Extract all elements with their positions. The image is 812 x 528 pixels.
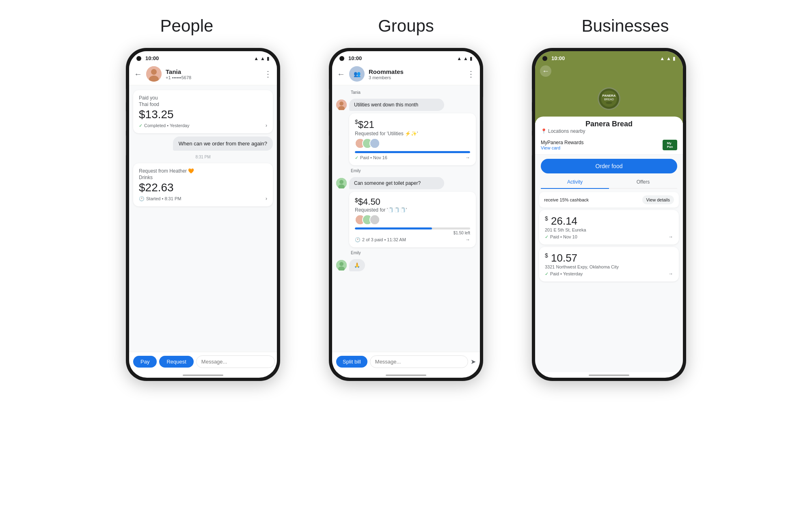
arrow-group-2: → [465,237,470,242]
status-icons-businesses: ▲ ▲ ▮ [660,56,676,61]
tx2-sub: Drinks [139,175,267,180]
chat-bubble-1: When can we order from there again? [173,136,273,151]
tx1-label: Paid you [139,95,267,101]
cashback-text: receive 15% cashback [544,197,589,202]
location-pin-icon: 📍 [541,128,547,134]
view-details-button[interactable]: View details [642,195,674,204]
battery-icon-groups: ▮ [470,56,473,61]
home-indicator [183,374,223,376]
biz-tx1-status: ✓ Paid • Nov 10 → [545,234,673,240]
arrow-biz-2: → [668,271,673,277]
rewards-logo: MyPan [663,140,677,150]
battery-icon-businesses: ▮ [673,56,676,61]
group-tx-card-2[interactable]: $$4.50 Requested for '🧻🧻🧻' $1.50 left [349,192,476,247]
sender-tania: Tania [351,90,476,95]
tx1-status: ✓ Completed • Yesterday › [139,123,267,128]
status-icons-people: ▲ ▲ ▮ [254,56,270,61]
back-button-businesses[interactable]: ← [540,65,551,77]
phone-people-content: Paid you Thai food $13.25 ✓ Completed • … [129,85,277,352]
order-food-button[interactable]: Order food [541,159,677,173]
chat-time: 8:31 PM [133,155,273,159]
groups-category-label: Groups [329,16,483,36]
people-category-label: People [110,16,264,36]
pay-button[interactable]: Pay [133,356,157,368]
more-icon-groups[interactable]: ⋮ [467,69,475,79]
wifi-icon-groups: ▲ [457,56,462,61]
tx2-address: 3321 Northwest Expy, Oklahoma City [545,264,673,269]
more-icon[interactable]: ⋮ [264,69,272,79]
clock-icon-2: 🕐 [355,237,361,242]
business-content: MyPanera Rewards View card MyPan Order f… [535,136,683,372]
signal-icon-businesses: ▲ [666,56,671,61]
check-icon-biz2: ✓ [545,271,549,277]
group-status-2: 🕐 2 of 3 paid • 11:32 AM → [355,237,470,242]
rewards-row: MyPanera Rewards View card MyPan [535,136,683,155]
home-indicator-businesses [589,374,629,376]
request-button[interactable]: Request [159,356,193,368]
group-members: 3 members [369,75,467,80]
tx2-amount: $22.63 [139,181,267,194]
split-bill-button[interactable]: Split bill [336,356,367,368]
svg-point-4 [339,102,343,106]
arrow-biz-1: → [668,234,673,240]
tx2-status: 🕐 Started • 8:31 PM › [139,196,267,201]
business-name: Panera Bread [541,120,677,128]
status-bar-people: 10:00 ▲ ▲ ▮ [129,51,277,63]
group-req2: Requested for '🧻🧻🧻' [355,207,470,213]
business-tx-2[interactable]: $ 10.57 3321 Northwest Expy, Oklahoma Ci… [539,247,679,281]
progress-bar-1 [355,151,470,153]
status-icons-groups: ▲ ▲ ▮ [457,56,473,61]
contact-name: Tania [166,68,264,75]
tx1-address: 201 E 5th St, Eureka [545,227,673,232]
svg-text:BREAD: BREAD [604,98,614,101]
message-input-groups[interactable] [370,355,468,368]
arrow-icon: › [266,123,267,128]
rewards-label: MyPanera Rewards [541,140,583,145]
cashback-banner: receive 15% cashback View details [539,192,679,208]
svg-point-8 [370,139,379,148]
transaction-card-2[interactable]: Request from Heather 🧡 Drinks $22.63 🕐 S… [133,163,273,206]
status-time-groups: 10:00 [339,55,362,61]
arrow-group-1: → [465,155,470,160]
group-req1: Requested for 'Utilities ⚡✨' [355,131,470,136]
contact-info: Tania +1 ••••••5678 [166,68,264,80]
msg2-bubble: Can someone get toilet paper? [349,177,444,189]
tx1-amount: $13.25 [139,108,267,121]
chat-row-3: 🙏 [336,259,476,271]
arrow-icon-2: › [266,196,267,201]
tx2-label: Request from Heather 🧡 [139,168,267,174]
home-indicator-groups [386,374,426,376]
tx1-sub: Thai food [139,102,267,107]
status-bar-businesses: 10:00 ▲ ▲ ▮ [535,51,683,63]
tania-avatar [336,100,347,110]
group-avatar: 👥 [349,66,365,82]
group-name: Roommates [369,68,467,75]
back-button[interactable]: ← [134,69,142,79]
wifi-icon: ▲ [254,56,259,61]
battery-icon: ▮ [267,56,270,61]
clock-icon: 🕐 [139,196,145,201]
status-time-businesses: 10:00 [542,55,565,61]
svg-point-1 [151,69,157,75]
contact-avatar [146,66,162,82]
view-card-link[interactable]: View card [541,145,583,150]
group-info: Roommates 3 members [369,68,467,80]
business-tx-1[interactable]: $ 26.14 201 E 5th St, Eureka ✓ Paid • No… [539,210,679,245]
message-input[interactable] [196,355,275,368]
avatar-stack-1 [355,138,470,149]
msg3-bubble: 🙏 [349,259,365,271]
group-tx-card-1[interactable]: $$21 Requested for 'Utilities ⚡✨' [349,113,476,165]
phone-groups-content: Tania Utilities went down this month $$2… [332,85,480,352]
back-button-groups[interactable]: ← [337,69,345,79]
svg-point-10 [339,180,343,184]
svg-point-21 [606,102,612,104]
tab-activity[interactable]: Activity [541,176,609,189]
send-icon-groups[interactable]: ➤ [471,358,476,366]
business-logo: PANERA BREAD [598,87,620,110]
tab-offers[interactable]: Offers [609,176,677,188]
check-icon: ✓ [139,123,143,128]
svg-text:PANERA: PANERA [602,94,615,97]
group-status-1: ✓ Paid • Nov 16 → [355,155,470,160]
transaction-card-1[interactable]: Paid you Thai food $13.25 ✓ Completed • … [133,90,273,133]
progress-bar-2 [355,227,470,229]
